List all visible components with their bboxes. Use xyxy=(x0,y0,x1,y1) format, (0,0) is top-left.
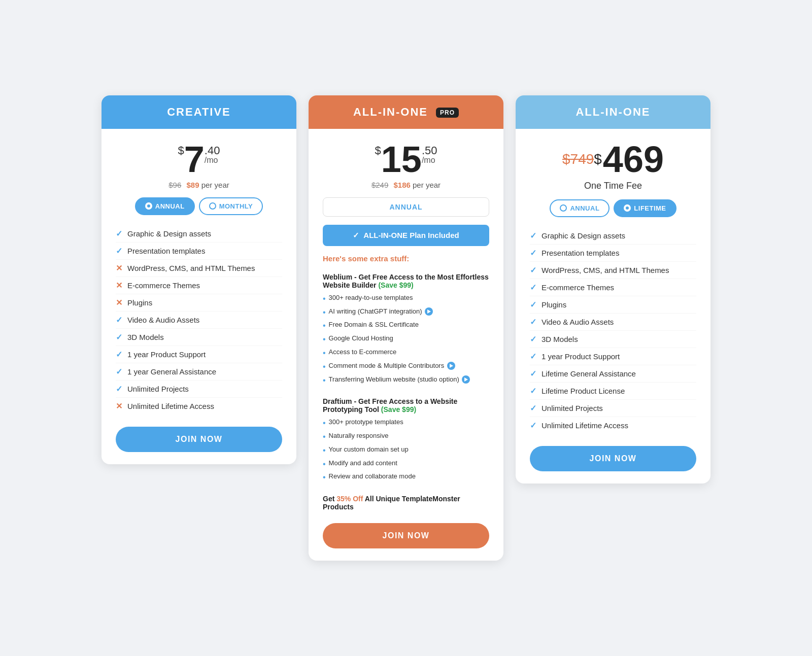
allinone-lifetime-radio-inner xyxy=(625,204,630,212)
list-item: •Free Domain & SSL Certificate xyxy=(323,319,489,333)
weblium-save: (Save $99) xyxy=(378,281,413,289)
allinone-price-main: $749 $ 469 xyxy=(530,141,696,178)
creative-per-year-label: per year xyxy=(201,181,229,189)
list-item: ✓Presentation templates xyxy=(530,245,696,262)
bullet-icon: • xyxy=(323,362,326,372)
pro-discount-text: Get 35% Off All Unique TemplateMonster P… xyxy=(323,495,489,511)
creative-toggle-section: ANNUAL MONTHLY xyxy=(116,197,282,215)
list-item: ✓Unlimited Lifetime Access xyxy=(530,417,696,434)
creative-price-main: $ 7 .40 /mo xyxy=(116,141,282,178)
list-item: ✓Plugins xyxy=(530,296,696,314)
pro-card: ALL-IN-ONE PRO $ 15 .50 /mo $249 $186 pe… xyxy=(309,95,503,561)
allinone-feature-list: ✓Graphic & Design assets ✓Presentation t… xyxy=(530,227,696,434)
draftium-save: (Save $99) xyxy=(381,405,416,413)
list-item: •AI writing (ChatGPT integration) xyxy=(323,306,489,320)
allinone-toggle-section: ANNUAL LIFETIME xyxy=(530,199,696,217)
creative-per-mo: /mo xyxy=(205,156,218,164)
x-icon: ✕ xyxy=(116,298,122,307)
creative-annual-label: ANNUAL xyxy=(155,202,185,210)
creative-plan-title: CREATIVE xyxy=(167,106,231,118)
list-item: •300+ ready-to-use templates xyxy=(323,292,489,306)
feature-text: WordPress, CMS, and HTML Themes xyxy=(127,264,255,272)
allinone-lifetime-label: LIFETIME xyxy=(634,204,666,212)
list-item: •Review and collaborate mode xyxy=(323,471,489,485)
creative-join-button[interactable]: JOIN NOW xyxy=(116,427,282,452)
creative-price-section: $ 7 .40 /mo $96 $89 per year xyxy=(116,141,282,189)
feature-text: Unlimited Projects xyxy=(542,404,603,412)
list-item: ✓Video & Audio Assets xyxy=(116,312,282,329)
creative-card-body: $ 7 .40 /mo $96 $89 per year ANNUAL xyxy=(101,129,296,464)
check-icon: ✓ xyxy=(530,231,536,240)
list-item: •Transferring Weblium website (studio op… xyxy=(323,374,489,388)
pro-per-mo: /mo xyxy=(422,156,435,164)
feature-text: E-commerce Themes xyxy=(542,283,614,292)
weblium-title: Weblium - Get Free Access to the Most Ef… xyxy=(323,273,489,289)
list-item: ✓3D Models xyxy=(116,329,282,346)
creative-annual-radio xyxy=(145,202,152,210)
pro-per-year-label: per year xyxy=(413,181,441,189)
check-icon: ✓ xyxy=(116,367,122,376)
list-item: ✓E-commerce Themes xyxy=(530,279,696,296)
feature-text: Plugins xyxy=(542,300,566,309)
feature-text: Graphic & Design assets xyxy=(127,229,211,238)
pro-decimal-mo: .50 /mo xyxy=(422,145,437,164)
list-item: ✓1 year Product Support xyxy=(116,346,282,363)
bullet-icon: • xyxy=(323,459,326,470)
creative-card-header: CREATIVE xyxy=(101,95,296,129)
check-icon: ✓ xyxy=(530,317,536,327)
play-icon xyxy=(462,375,470,384)
bullet-icon: • xyxy=(323,307,326,318)
discount-percent: 35% Off xyxy=(336,495,363,503)
feature-text: Access to E-commerce xyxy=(329,348,397,356)
feature-text: Lifetime General Assistance xyxy=(542,369,636,378)
allinone-annual-label: ANNUAL xyxy=(570,204,599,212)
play-icon xyxy=(447,362,455,370)
feature-text: 3D Models xyxy=(542,335,578,343)
check-icon: ✓ xyxy=(116,350,122,359)
feature-text: 300+ ready-to-use templates xyxy=(329,294,413,301)
pro-join-button[interactable]: JOIN NOW xyxy=(323,523,489,548)
allinone-lifetime-toggle[interactable]: LIFETIME xyxy=(614,199,676,217)
creative-discounted-price: $89 xyxy=(186,181,199,189)
creative-monthly-toggle[interactable]: MONTHLY xyxy=(199,197,263,215)
list-item: ✕WordPress, CMS, and HTML Themes xyxy=(116,260,282,277)
play-icon xyxy=(425,307,433,316)
list-item: ✓3D Models xyxy=(530,331,696,348)
feature-text: Plugins xyxy=(127,298,152,307)
pricing-container: CREATIVE $ 7 .40 /mo $96 $89 per year xyxy=(101,95,710,561)
feature-text: Review and collaborate mode xyxy=(329,472,416,480)
list-item: ✕E-commerce Themes xyxy=(116,277,282,294)
creative-dollar-sign: $ xyxy=(178,145,184,156)
bullet-icon: • xyxy=(323,375,326,386)
creative-monthly-label: MONTHLY xyxy=(219,202,253,210)
bullet-icon: • xyxy=(323,445,326,456)
allinone-annual-toggle[interactable]: ANNUAL xyxy=(550,199,610,217)
check-icon: ✓ xyxy=(530,352,536,361)
list-item: •Modify and add content xyxy=(323,458,489,471)
list-item: ✓Graphic & Design assets xyxy=(116,225,282,243)
list-item: ✕Unlimited Lifetime Access xyxy=(116,398,282,415)
allinone-join-button[interactable]: JOIN NOW xyxy=(530,446,696,471)
pro-decimal: .50 xyxy=(422,145,437,156)
allinone-original-price: $749 xyxy=(562,152,594,166)
check-icon: ✓ xyxy=(116,315,122,325)
allinone-one-time: One Time Fee xyxy=(530,181,696,191)
weblium-feature-list: •300+ ready-to-use templates •AI writing… xyxy=(323,292,489,388)
creative-price-number: 7 xyxy=(184,141,205,178)
list-item: •Your custom domain set up xyxy=(323,444,489,458)
feature-text: Modify and add content xyxy=(329,459,397,467)
check-icon: ✓ xyxy=(116,229,122,238)
feature-text: Unlimited Lifetime Access xyxy=(127,402,214,410)
feature-text: Video & Audio Assets xyxy=(542,318,614,326)
allinone-card-header: ALL-IN-ONE xyxy=(516,95,710,129)
pro-price-main: $ 15 .50 /mo xyxy=(323,141,489,178)
list-item: ✕Plugins xyxy=(116,294,282,312)
pro-included-text: ALL-IN-ONE Plan Included xyxy=(363,231,459,239)
feature-text: Naturally responsive xyxy=(329,432,389,439)
allinone-price-section: $749 $ 469 One Time Fee xyxy=(530,141,696,191)
list-item: ✓Lifetime Product License xyxy=(530,383,696,400)
feature-text: Comment mode & Multiple Contributors xyxy=(329,362,455,370)
creative-annual-toggle[interactable]: ANNUAL xyxy=(135,197,195,215)
creative-decimal: .40 xyxy=(205,145,220,156)
creative-original-price: $96 xyxy=(168,181,181,189)
